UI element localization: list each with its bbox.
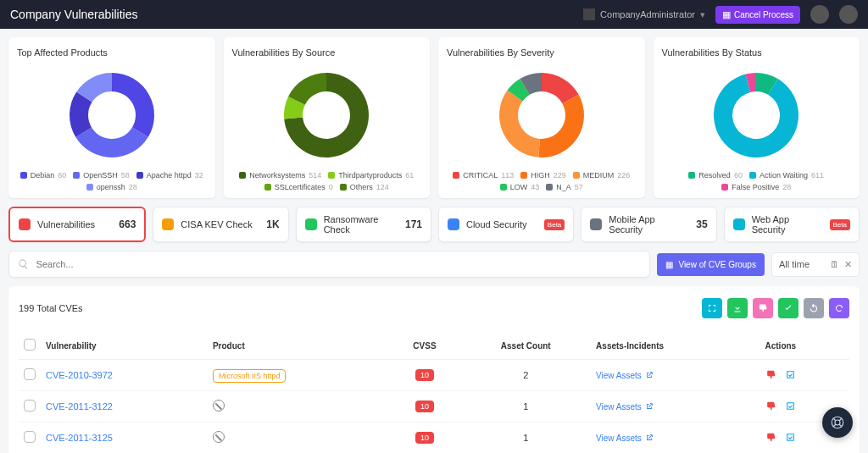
category-tabs: Vulnerabilities663 CISA KEV Check1K Rans… xyxy=(0,207,868,251)
category-tab[interactable]: Vulnerabilities663 xyxy=(8,207,146,242)
category-tab[interactable]: Mobile App Security35 xyxy=(581,207,716,242)
legend-item[interactable]: MEDIUM226 xyxy=(573,171,631,180)
row-check-button[interactable] xyxy=(785,369,796,382)
cve-link[interactable]: CVE-2011-3125 xyxy=(46,433,113,443)
legend-item[interactable]: SSLcertificates0 xyxy=(264,183,333,191)
col-product[interactable]: Product xyxy=(208,332,389,360)
product-badge[interactable]: Microsoft IIS httpd xyxy=(213,369,287,383)
row-checkbox[interactable] xyxy=(24,431,36,443)
chart-card: Vulnerabilities By SeverityCRITICAL113HI… xyxy=(438,37,645,198)
legend-item[interactable]: Networksystems514 xyxy=(239,171,321,180)
donut-chart xyxy=(232,64,422,166)
view-assets-link[interactable]: View Assets xyxy=(596,434,754,443)
category-tab[interactable]: CISA KEV Check1K xyxy=(153,207,288,242)
tab-value: 35 xyxy=(696,218,707,230)
chart-title: Vulnerabilities By Source xyxy=(232,47,422,58)
tab-color-icon xyxy=(305,218,317,230)
charts-row: Top Affected ProductsDebian60OpenSSH58Ap… xyxy=(0,29,868,207)
blocked-icon xyxy=(213,431,225,443)
legend-item[interactable]: Apache httpd32 xyxy=(136,171,203,180)
cvss-pill: 10 xyxy=(415,401,434,412)
legend-item[interactable]: N_A57 xyxy=(546,183,583,191)
action-download[interactable] xyxy=(727,298,748,318)
row-dislike-button[interactable] xyxy=(765,401,776,413)
tab-color-icon xyxy=(590,218,602,230)
table-row: CVE-2010-3972 Microsoft IIS httpd 10 2 V… xyxy=(19,360,849,391)
col-actions: Actions xyxy=(760,332,850,360)
avatar-secondary[interactable] xyxy=(839,5,858,24)
row-checkbox[interactable] xyxy=(24,368,36,380)
avatar[interactable] xyxy=(810,5,829,24)
category-tab[interactable]: Web App SecurityBeta xyxy=(724,207,860,242)
page-title: Company Vulnerabilities xyxy=(10,8,137,21)
row-check-button[interactable] xyxy=(785,401,796,413)
search-input[interactable] xyxy=(36,259,642,269)
row-dislike-button[interactable] xyxy=(765,432,776,445)
select-all-checkbox[interactable] xyxy=(24,339,36,351)
tab-label: Mobile App Security xyxy=(609,214,689,235)
top-action-button[interactable]: ▦ Cancel Process xyxy=(715,6,800,24)
tab-color-icon xyxy=(733,218,745,230)
cve-link[interactable]: CVE-2011-3122 xyxy=(46,401,113,412)
cvss-pill: 10 xyxy=(415,369,434,381)
tab-color-icon xyxy=(19,218,31,230)
legend-item[interactable]: Action Waiting611 xyxy=(749,171,824,180)
asset-count: 1 xyxy=(460,391,591,423)
tab-label: Vulnerabilities xyxy=(37,219,95,229)
legend-item[interactable]: HIGH229 xyxy=(520,171,566,180)
blocked-icon xyxy=(213,400,225,412)
col-assets-incidents[interactable]: Assets-Incidents xyxy=(591,332,760,360)
action-shuffle[interactable] xyxy=(702,298,722,318)
legend-item[interactable]: OpenSSH58 xyxy=(73,171,130,180)
donut-chart xyxy=(662,64,852,166)
help-fab[interactable] xyxy=(822,407,853,438)
company-selector[interactable]: CompanyAdministrator ▾ xyxy=(583,8,705,20)
chart-title: Top Affected Products xyxy=(17,47,207,58)
time-range-select[interactable]: All time 🗓 ✕ xyxy=(771,252,860,277)
chart-legend: Resolved60Action Waiting611False Positiv… xyxy=(662,171,852,191)
legend-item[interactable]: LOW43 xyxy=(500,183,540,191)
category-tab[interactable]: Ransomware Check171 xyxy=(296,207,431,242)
total-cves-label: 199 Total CVEs xyxy=(19,303,83,313)
action-refresh[interactable] xyxy=(829,298,849,318)
chart-card: Vulnerabilities By StatusResolved60Actio… xyxy=(654,37,860,198)
legend-item[interactable]: openssh28 xyxy=(86,183,137,191)
bulk-action-buttons xyxy=(702,298,849,318)
col-asset-count[interactable]: Asset Count xyxy=(460,332,591,360)
filter-bar: ▦ View of CVE Groups All time 🗓 ✕ xyxy=(8,251,860,278)
top-bar: Company Vulnerabilities CompanyAdministr… xyxy=(0,0,868,29)
cve-table: Vulnerability Product CVSS Asset Count A… xyxy=(19,332,849,453)
legend-item[interactable]: False Positive28 xyxy=(721,183,791,191)
search-box[interactable] xyxy=(8,251,650,278)
category-tab[interactable]: Cloud SecurityBeta xyxy=(438,207,574,242)
col-cvss[interactable]: CVSS xyxy=(388,332,460,360)
tab-label: Cloud Security xyxy=(466,219,527,229)
row-checkbox[interactable] xyxy=(24,400,36,412)
legend-item[interactable]: Others124 xyxy=(340,183,389,191)
row-check-button[interactable] xyxy=(785,432,796,445)
action-dislike[interactable] xyxy=(753,298,773,318)
table-row: CVE-2011-3125 10 1 View Assets xyxy=(19,423,849,454)
action-undo[interactable] xyxy=(804,298,824,318)
legend-item[interactable]: Debian60 xyxy=(20,171,67,180)
external-link-icon xyxy=(645,402,654,411)
cve-link[interactable]: CVE-2010-3972 xyxy=(46,370,113,380)
legend-item[interactable]: Resolved60 xyxy=(688,171,743,180)
view-assets-link[interactable]: View Assets xyxy=(596,402,754,412)
legend-item[interactable]: Thirdpartyproducts61 xyxy=(328,171,414,180)
clear-icon[interactable]: ✕ xyxy=(844,259,852,270)
tab-value: 1K xyxy=(266,218,279,230)
action-approve[interactable] xyxy=(778,298,798,318)
external-link-icon xyxy=(645,371,654,379)
svg-point-1 xyxy=(835,420,840,425)
external-link-icon xyxy=(645,434,654,442)
col-vulnerability[interactable]: Vulnerability xyxy=(41,332,208,360)
tab-color-icon xyxy=(162,218,174,230)
legend-item[interactable]: CRITICAL113 xyxy=(453,171,514,180)
tab-label: CISA KEV Check xyxy=(181,219,252,229)
view-assets-link[interactable]: View Assets xyxy=(596,371,754,380)
row-dislike-button[interactable] xyxy=(765,369,776,382)
table-row: CVE-2011-3122 10 1 View Assets xyxy=(19,391,849,423)
view-cve-groups-button[interactable]: ▦ View of CVE Groups xyxy=(657,253,765,276)
chart-legend: CRITICAL113HIGH229MEDIUM226LOW43N_A57 xyxy=(447,171,637,191)
